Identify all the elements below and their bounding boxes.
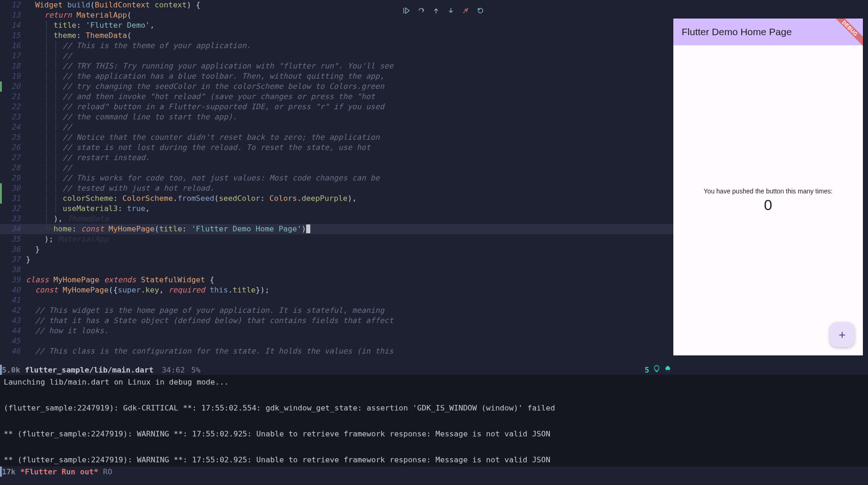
code-content[interactable]: │ │ // and then invoke "hot reload" (sav… — [26, 92, 673, 102]
code-content[interactable]: } — [26, 255, 673, 265]
code-content[interactable]: ); MaterialApp — [26, 234, 673, 244]
code-content[interactable]: │ │ // the application has a blue toolba… — [26, 71, 673, 81]
line-number: 36 — [0, 244, 26, 255]
code-line[interactable]: 24 │ │ // — [0, 122, 673, 132]
code-content[interactable]: │ │ // reload" button in a Flutter-suppo… — [26, 102, 673, 112]
code-line[interactable]: 38 — [0, 265, 673, 275]
code-line[interactable]: 18 │ │ // TRY THIS: Try running your app… — [0, 61, 673, 71]
code-line[interactable]: 45 — [0, 336, 673, 346]
continue-button[interactable] — [402, 6, 411, 15]
code-content[interactable]: │ title: 'Flutter Demo', — [26, 20, 673, 31]
code-content[interactable]: │ │ // TRY THIS: Try running your applic… — [26, 61, 673, 71]
code-line[interactable]: 12 Widget build(BuildContext context) { — [0, 0, 673, 10]
code-editor[interactable]: 12 Widget build(BuildContext context) {1… — [0, 0, 673, 365]
code-line[interactable]: 43 // that it has a State object (define… — [0, 316, 673, 326]
code-content[interactable]: │ │ // state is not lost during the relo… — [26, 143, 673, 153]
code-line[interactable]: 42 // This widget is the home page of yo… — [0, 305, 673, 316]
code-content[interactable]: │ │ useMaterial3: true, — [26, 204, 673, 214]
line-number: 41 — [0, 295, 26, 305]
code-line[interactable]: 26 │ │ // state is not lost during the r… — [0, 143, 673, 153]
lightbulb-icon[interactable] — [653, 365, 660, 374]
code-line[interactable]: 41 — [0, 295, 673, 305]
code-content[interactable]: │ │ colorScheme: ColorScheme.fromSeed(se… — [26, 193, 673, 204]
code-line[interactable]: 31 │ │ colorScheme: ColorScheme.fromSeed… — [0, 193, 673, 204]
gutter-change-mark — [0, 81, 2, 92]
code-line[interactable]: 36 } — [0, 244, 673, 255]
code-content[interactable]: │ │ // the command line to start the app… — [26, 112, 673, 122]
code-line[interactable]: 15 │ theme: ThemeData( — [0, 31, 673, 41]
floating-action-button[interactable]: + — [830, 322, 855, 347]
code-line[interactable]: 22 │ │ // reload" button in a Flutter-su… — [0, 102, 673, 112]
debug-toolbar — [402, 6, 485, 15]
code-content[interactable]: │ │ // — [26, 163, 673, 173]
code-line[interactable]: 28 │ │ // — [0, 163, 673, 173]
code-content[interactable]: // This widget is the home page of your … — [26, 305, 673, 316]
code-line[interactable]: 16 │ │ // This is the theme of your appl… — [0, 41, 673, 51]
code-content[interactable]: // This class is the configuration for t… — [26, 346, 673, 356]
code-content[interactable]: │ │ // This works for code too, not just… — [26, 173, 673, 183]
line-number: 21 — [0, 92, 26, 102]
line-number: 14 — [0, 20, 26, 31]
terminal-output[interactable]: Launching lib/main.dart on Linux in debu… — [0, 375, 868, 466]
line-number: 38 — [0, 265, 26, 275]
status-accent — [0, 365, 2, 375]
code-line[interactable]: 21 │ │ // and then invoke "hot reload" (… — [0, 92, 673, 102]
code-line[interactable]: 17 │ │ // — [0, 51, 673, 61]
code-line[interactable]: 20 │ │ // try changing the seedColor in … — [0, 81, 673, 92]
code-content[interactable]: // how it looks. — [26, 326, 673, 336]
code-line[interactable]: 19 │ │ // the application has a blue too… — [0, 71, 673, 81]
code-line[interactable]: 33 │ ), ThemeData — [0, 214, 673, 224]
line-number: 24 — [0, 122, 26, 132]
code-content[interactable]: │ │ // try changing the seedColor in the… — [26, 81, 673, 92]
step-into-button[interactable] — [447, 6, 455, 15]
code-line[interactable]: 23 │ │ // the command line to start the … — [0, 112, 673, 122]
file-path: flutter_sample/lib/main.dart — [25, 366, 154, 374]
code-content[interactable]: class MyHomePage extends StatefulWidget … — [26, 275, 673, 285]
code-line[interactable]: 29 │ │ // This works for code too, not j… — [0, 173, 673, 183]
code-content[interactable]: const MyHomePage({super.key, required th… — [26, 285, 673, 295]
code-line[interactable]: 30 │ │ // tested with just a hot reload. — [0, 183, 673, 193]
code-line[interactable]: 14 │ title: 'Flutter Demo', — [0, 20, 673, 31]
code-content[interactable]: Widget build(BuildContext context) { — [26, 0, 673, 10]
code-line[interactable]: 44 // how it looks. — [0, 326, 673, 336]
code-line[interactable]: 34 └─home: const MyHomePage(title: 'Flut… — [0, 224, 673, 234]
line-number: 25 — [0, 132, 26, 143]
code-content[interactable]: } — [26, 244, 673, 255]
code-content[interactable]: │ │ // Notice that the counter didn't re… — [26, 132, 673, 143]
line-number: 37 — [0, 255, 26, 265]
code-line[interactable]: 37} — [0, 255, 673, 265]
code-line[interactable]: 27 │ │ // restart instead. — [0, 153, 673, 163]
code-content[interactable]: │ │ // This is the theme of your applica… — [26, 41, 673, 51]
code-content[interactable]: │ theme: ThemeData( — [26, 31, 673, 41]
line-number: 13 — [0, 10, 26, 20]
disconnect-button[interactable] — [462, 6, 470, 15]
code-content[interactable]: │ │ // — [26, 122, 673, 132]
line-number: 22 — [0, 102, 26, 112]
code-content[interactable]: └─home: const MyHomePage(title: 'Flutter… — [26, 224, 673, 234]
code-content[interactable]: │ │ // restart instead. — [26, 153, 673, 163]
code-line[interactable]: 13 return MaterialApp( — [0, 10, 673, 20]
step-out-button[interactable] — [432, 6, 440, 15]
code-line[interactable]: 35 ); MaterialApp — [0, 234, 673, 244]
code-line[interactable]: 46 // This class is the configuration fo… — [0, 346, 673, 356]
code-content[interactable]: │ ), ThemeData — [26, 214, 673, 224]
code-content[interactable] — [26, 336, 673, 346]
code-content[interactable] — [26, 295, 673, 305]
code-content[interactable]: return MaterialApp( — [26, 10, 673, 20]
code-line[interactable]: 40 const MyHomePage({super.key, required… — [0, 285, 673, 295]
preview-body: You have pushed the button this many tim… — [673, 45, 863, 355]
step-over-button[interactable] — [417, 6, 425, 15]
line-number: 27 — [0, 153, 26, 163]
line-number: 33 — [0, 214, 26, 224]
rocket-icon[interactable] — [664, 365, 671, 374]
flutter-app-preview: DEBUG Flutter Demo Home Page You have pu… — [673, 19, 863, 355]
restart-button[interactable] — [476, 6, 485, 15]
diagnostics-count[interactable]: 5 — [645, 366, 649, 374]
code-line[interactable]: 32 │ │ useMaterial3: true, — [0, 204, 673, 214]
code-content[interactable]: // that it has a State object (defined b… — [26, 316, 673, 326]
code-content[interactable]: │ │ // — [26, 51, 673, 61]
code-content[interactable] — [26, 265, 673, 275]
code-line[interactable]: 39class MyHomePage extends StatefulWidge… — [0, 275, 673, 285]
code-line[interactable]: 25 │ │ // Notice that the counter didn't… — [0, 132, 673, 143]
code-content[interactable]: │ │ // tested with just a hot reload. — [26, 183, 673, 193]
